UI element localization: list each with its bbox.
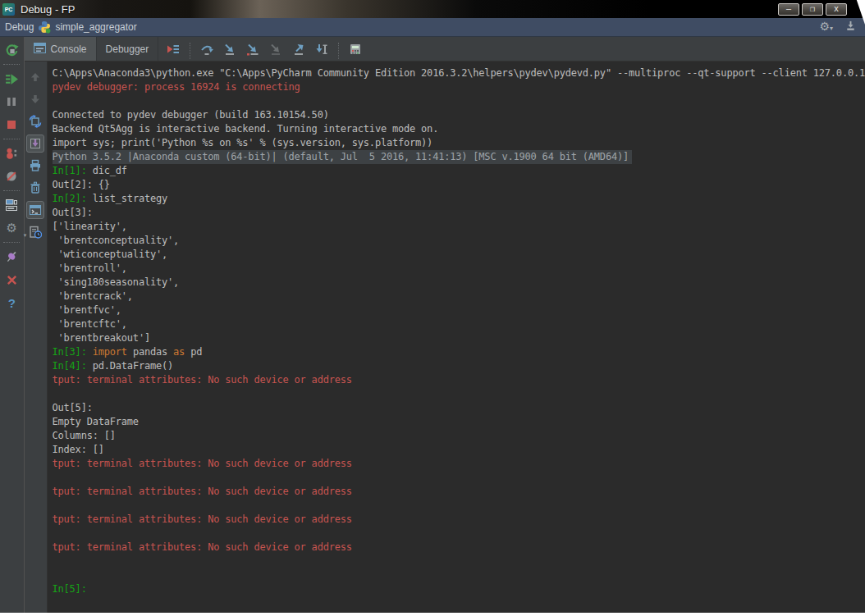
console-line: tput: terminal attributes: No such devic…: [53, 541, 865, 554]
console-line: [53, 554, 865, 568]
print-icon[interactable]: [26, 157, 44, 175]
tab-console[interactable]: Console: [25, 37, 97, 61]
maximize-button[interactable]: ❐: [802, 3, 823, 16]
toolbar-separator: [3, 64, 20, 65]
run-configuration-name: simple_aggregator: [55, 21, 136, 33]
help-icon[interactable]: ?: [2, 293, 21, 313]
toolbar-separator: [3, 190, 20, 191]
main-area: ⚙▾ ?: [0, 37, 865, 616]
console-line: 'brentfvc',: [53, 303, 865, 317]
console-line: [53, 499, 865, 513]
down-the-stack-trace-icon[interactable]: [26, 90, 44, 108]
view-breakpoints-icon[interactable]: [2, 144, 21, 163]
mute-breakpoints-icon[interactable]: [2, 167, 21, 186]
console-line: In[2]: list_strategy: [53, 192, 865, 206]
console-line: tput: terminal attributes: No such devic…: [53, 373, 865, 387]
debug-tabbar: Console Debugger: [25, 37, 865, 62]
console-line: In[5]:: [53, 582, 865, 596]
resume-program-icon[interactable]: [2, 69, 21, 89]
desktop-edge: [0, 613, 865, 616]
console-line: tput: terminal attributes: No such devic…: [53, 513, 865, 527]
close-icon[interactable]: [2, 270, 21, 290]
console-line: In[3]: import pandas as pd: [53, 345, 865, 359]
console-line: [53, 527, 865, 541]
console-line: 'brentcrack',: [53, 290, 865, 303]
step-actions: [158, 37, 365, 61]
console-line: Connected to pydev debugger (build 163.1…: [53, 108, 865, 122]
clear-all-icon[interactable]: [26, 179, 44, 197]
pause-program-icon[interactable]: [2, 92, 21, 112]
console-line: [53, 471, 865, 485]
console-line: pydev debugger: process 16924 is connect…: [53, 80, 865, 94]
console-line: 'brentconceptuality',: [53, 234, 865, 248]
console-line: Columns: []: [53, 429, 865, 443]
console-line: Out[5]:: [53, 401, 865, 415]
window-controls: – ❐ x: [778, 3, 847, 16]
scroll-to-end-icon[interactable]: [26, 135, 44, 153]
console-line: Out[2]: {}: [53, 178, 865, 192]
step-out-icon[interactable]: [289, 39, 309, 59]
stop-icon[interactable]: [2, 115, 21, 135]
console-line: [53, 94, 865, 108]
console-body: C:\Apps\Anaconda3\python.exe "C:\Apps\Py…: [25, 62, 865, 616]
show-console-prompt-icon[interactable]: [26, 201, 44, 219]
rerun-icon[interactable]: [2, 40, 21, 60]
settings-icon[interactable]: ⚙▾: [2, 218, 21, 238]
float-window-icon[interactable]: [844, 20, 857, 35]
up-the-stack-trace-icon[interactable]: [26, 68, 44, 86]
window-title: Debug - FP: [21, 3, 75, 16]
console-line: Backend Qt5Agg is interactive backend. T…: [53, 122, 865, 136]
minimize-button[interactable]: –: [778, 3, 799, 16]
debugger-content: Console Debugger: [25, 37, 865, 616]
console-line: 'brentroll',: [53, 262, 865, 276]
console-line: Empty DataFrame: [53, 415, 865, 429]
toolbar-separator: [3, 242, 20, 243]
toolbar-separator: [190, 43, 190, 59]
debug-toolwindow-header: Debug simple_aggregator ⚙▾: [0, 18, 865, 37]
console-line: C:\Apps\Anaconda3\python.exe "C:\Apps\Py…: [53, 66, 865, 80]
console-line: Out[3]:: [53, 206, 865, 220]
tab-debugger-label: Debugger: [106, 43, 149, 55]
console-line: Python 3.5.2 |Anaconda custom (64-bit)| …: [53, 150, 865, 164]
console-output[interactable]: C:\Apps\Anaconda3\python.exe "C:\Apps\Py…: [48, 62, 865, 616]
force-step-into-icon[interactable]: [266, 39, 286, 59]
header-actions: ⚙▾: [819, 20, 857, 35]
console-line: ['linearity',: [53, 220, 865, 234]
python-icon: [38, 21, 51, 34]
console-line: 'brentbreakout']: [53, 331, 865, 345]
step-into-icon[interactable]: [220, 39, 240, 59]
console-line: 'brentcftc',: [53, 317, 865, 331]
console-line: In[1]: dic_df: [53, 164, 865, 178]
toolbar-separator: [3, 139, 20, 139]
console-line: [53, 387, 865, 401]
console-line: import sys; print('Python %s on %s' % (s…: [53, 136, 865, 150]
titlebar[interactable]: PC Debug - FP – ❐ x: [0, 0, 865, 18]
console-line: 'sing180seasonality',: [53, 276, 865, 290]
toolbar-separator: [338, 43, 339, 59]
console-line: Index: []: [53, 443, 865, 457]
console-line: tput: terminal attributes: No such devic…: [53, 457, 865, 471]
console-tab-icon: [34, 43, 46, 56]
use-soft-wraps-icon[interactable]: [26, 112, 44, 130]
pycharm-app-icon: PC: [2, 3, 15, 16]
console-line: [53, 568, 865, 582]
tab-debugger[interactable]: Debugger: [97, 37, 159, 61]
run-to-cursor-icon[interactable]: [312, 39, 332, 59]
restore-layout-icon[interactable]: [2, 195, 21, 215]
settings-gear-icon[interactable]: ⚙▾: [819, 21, 833, 34]
console-line: 'wticonceptuality',: [53, 248, 865, 262]
console-line: tput: terminal attributes: No such devic…: [53, 485, 865, 499]
close-button[interactable]: x: [826, 3, 847, 16]
debug-header-label: Debug: [5, 21, 34, 33]
console-line: In[4]: pd.DataFrame(): [53, 359, 865, 373]
show-execution-point-icon[interactable]: [163, 39, 183, 59]
pycharm-debug-window: PC Debug - FP – ❐ x Debug simple_aggrega…: [0, 0, 865, 616]
console-toolbar: [25, 62, 48, 616]
pin-tab-icon[interactable]: [2, 247, 21, 267]
tab-console-label: Console: [51, 43, 87, 55]
debug-actions-toolbar: ⚙▾ ?: [0, 37, 25, 616]
step-over-icon[interactable]: [197, 39, 217, 59]
step-into-my-code-icon[interactable]: [243, 39, 263, 59]
browse-history-icon[interactable]: [26, 223, 44, 241]
evaluate-expression-icon[interactable]: [346, 39, 365, 59]
